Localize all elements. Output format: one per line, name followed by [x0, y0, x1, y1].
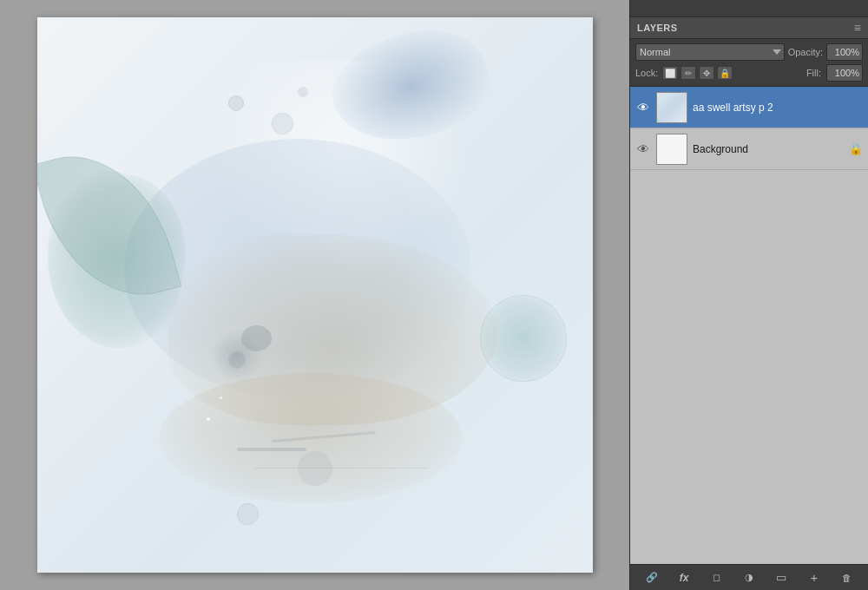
- blend-mode-select[interactable]: Normal: [635, 43, 785, 61]
- layer-thumbnail: [656, 134, 687, 165]
- opacity-input[interactable]: [826, 43, 863, 61]
- layers-panel-title: LAYERS: [637, 23, 678, 33]
- layers-list: 👁 aa swell artsy p 2 👁 Background 🔒: [630, 87, 868, 564]
- layer-locked-icon: 🔒: [849, 142, 863, 155]
- wc-dot-2: [272, 113, 293, 134]
- wc-splatter: [241, 325, 272, 351]
- opacity-label: Opacity:: [788, 47, 823, 57]
- lock-label: Lock:: [635, 68, 658, 78]
- fill-input[interactable]: [826, 64, 863, 82]
- wc-dot-bottom: [298, 451, 332, 486]
- lock-position-btn[interactable]: ✥: [699, 66, 714, 80]
- layers-panel-footer: 🔗 fx ◻ ◑ ▭ + 🗑: [630, 564, 868, 590]
- layer-name: aa swell artsy p 2: [693, 102, 863, 114]
- new-layer-btn[interactable]: +: [806, 570, 823, 586]
- layer-visibility-toggle[interactable]: 👁: [635, 141, 651, 157]
- lock-transparent-btn[interactable]: ⬜: [662, 66, 678, 80]
- wc-dot-1: [228, 95, 244, 111]
- adjustments-btn[interactable]: ◑: [740, 570, 758, 586]
- wc-dot-3: [298, 87, 308, 97]
- lock-fill-row: Lock: ⬜ ✏ ✥ 🔒 Fill:: [635, 64, 863, 82]
- wc-splatter-2: [228, 351, 246, 369]
- layer-controls: Normal Opacity: Lock: ⬜ ✏ ✥ 🔒 Fill:: [630, 39, 868, 87]
- layer-thumb-white: [657, 134, 687, 164]
- wc-line-1: [237, 448, 306, 451]
- wc-sparkle-2: [220, 397, 222, 399]
- lock-all-btn[interactable]: 🔒: [717, 66, 733, 80]
- delete-layer-btn[interactable]: 🗑: [838, 570, 855, 586]
- layer-thumbnail: [656, 92, 687, 123]
- group-layers-btn[interactable]: ▭: [773, 570, 790, 586]
- layer-visibility-toggle[interactable]: 👁: [635, 100, 651, 115]
- wc-dot-bottom-2: [237, 503, 259, 525]
- panel-top-bar: [630, 0, 868, 17]
- canvas-frame: [37, 17, 593, 573]
- layers-panel: LAYERS ≡ Normal Opacity: Lock: ⬜ ✏ ✥ 🔒 F…: [629, 0, 868, 590]
- fill-label: Fill:: [806, 68, 821, 78]
- layer-effects-btn[interactable]: fx: [675, 570, 693, 586]
- layer-item[interactable]: 👁 aa swell artsy p 2: [630, 87, 868, 128]
- lock-image-btn[interactable]: ✏: [681, 66, 696, 80]
- link-layers-btn[interactable]: 🔗: [643, 570, 661, 586]
- layer-thumb-watercolor: [657, 93, 687, 122]
- layers-panel-header: LAYERS ≡: [630, 17, 868, 39]
- layer-name: Background: [693, 143, 844, 155]
- layer-item[interactable]: 👁 Background 🔒: [630, 128, 868, 170]
- wc-sparkle: [207, 417, 210, 421]
- blend-opacity-row: Normal Opacity:: [635, 43, 863, 61]
- wc-teal-circle-right: [480, 295, 567, 382]
- add-mask-btn[interactable]: ◻: [708, 570, 726, 586]
- canvas-area: [0, 0, 629, 590]
- panel-menu-icon[interactable]: ≡: [854, 21, 861, 35]
